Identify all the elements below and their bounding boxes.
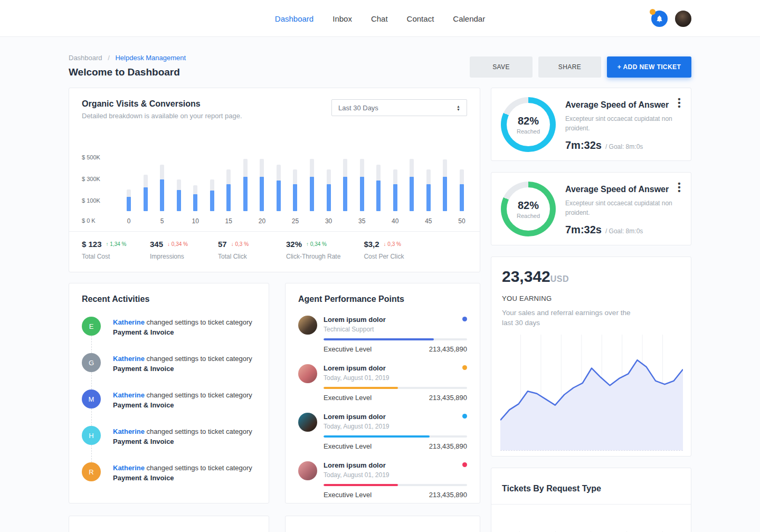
speed-card-title: Average Speed of Answer bbox=[565, 185, 684, 194]
delta-arrow-icon: ↓ bbox=[384, 241, 386, 247]
activity-item: M Katherine changed settings to ticket c… bbox=[82, 390, 256, 426]
timeline-connector bbox=[91, 445, 92, 462]
donut-percent: 82% bbox=[518, 200, 539, 212]
agent-progress-bar bbox=[324, 338, 434, 340]
x-tick-label bbox=[310, 217, 314, 225]
date-range-value: Last 30 Days bbox=[338, 104, 378, 112]
breadcrumb-dashboard-link[interactable]: Dashboard bbox=[69, 54, 102, 62]
x-tick-label: 15 bbox=[226, 217, 231, 225]
activity-item: R Katherine changed settings to ticket c… bbox=[82, 462, 256, 499]
recent-activities-title: Recent Activities bbox=[82, 294, 256, 304]
x-tick-label bbox=[277, 217, 281, 225]
bar bbox=[443, 159, 447, 211]
user-avatar[interactable] bbox=[675, 11, 691, 27]
activity-user-link[interactable]: Katherine bbox=[113, 391, 145, 399]
breadcrumb: Dashboard / Helpdesk Management bbox=[69, 54, 186, 62]
x-tick-label: 30 bbox=[327, 217, 331, 225]
nav-item-label: Dashboard bbox=[275, 14, 314, 23]
avg-speed-card-1: 82% Reached Average Speed of Answer Exce… bbox=[491, 88, 691, 161]
x-tick-label bbox=[177, 217, 181, 225]
share-button[interactable]: SHARE bbox=[538, 56, 601, 78]
activity-text: Katherine changed settings to ticket cat… bbox=[113, 390, 252, 426]
nav-item[interactable]: Calendar bbox=[453, 14, 485, 23]
stat-item: 32% ↑ 0,34 % Click-Through Rate bbox=[286, 240, 340, 272]
donut-chart-cyan: 82% Reached bbox=[501, 97, 556, 152]
speed-card-desc: Excepteur sint occaecat cupidatat non pr… bbox=[565, 198, 684, 217]
delta-value: 0,34 % bbox=[310, 241, 327, 247]
activity-target: Payment & Invoice bbox=[113, 438, 174, 445]
y-tick-label: $ 0 K bbox=[82, 217, 96, 224]
x-tick-label: 0 bbox=[127, 217, 131, 225]
agent-row: Lorem ipsum dolor Today, August 01, 2019… bbox=[298, 364, 467, 402]
x-tick-label: 10 bbox=[193, 217, 197, 225]
activity-text: Katherine changed settings to ticket cat… bbox=[113, 426, 252, 462]
save-button[interactable]: SAVE bbox=[470, 56, 533, 78]
organic-card-subtitle: Detailed breakdown is available on your … bbox=[82, 112, 242, 120]
x-tick-label: 50 bbox=[460, 217, 464, 225]
activity-item: G Katherine changed settings to ticket c… bbox=[82, 353, 256, 390]
stat-label: Cost Per Click bbox=[364, 253, 408, 260]
donut-reached-label: Reached bbox=[517, 213, 540, 219]
activity-action: changed settings to ticket category bbox=[147, 464, 252, 472]
activity-action: changed settings to ticket category bbox=[147, 355, 252, 363]
y-tick-label: $ 300K bbox=[82, 176, 100, 182]
tickets-by-request-card: Tickets By Request Type bbox=[491, 468, 691, 532]
agent-level-label: Executive Level bbox=[324, 442, 372, 450]
stat-delta: ↓ 0,3 % bbox=[384, 241, 401, 247]
nav-item[interactable]: Chat bbox=[371, 14, 388, 23]
earnings-currency: USD bbox=[550, 274, 569, 284]
delta-value: 0,3 % bbox=[235, 241, 249, 247]
stat-label: Click-Through Rate bbox=[286, 253, 340, 260]
activity-user-link[interactable]: Katherine bbox=[113, 428, 145, 435]
bar-chart-x-axis: 05101520253035404550 bbox=[127, 217, 464, 225]
delta-value: 1,34 % bbox=[110, 241, 126, 247]
activity-user-link[interactable]: Katherine bbox=[113, 355, 145, 363]
bar bbox=[193, 185, 197, 211]
earnings-card: 23,342 USD YOU EARNING Your sales and re… bbox=[491, 256, 691, 457]
bar bbox=[177, 179, 181, 211]
agent-progress-bar bbox=[324, 484, 398, 486]
delta-arrow-icon: ↓ bbox=[167, 241, 170, 247]
agent-row: Lorem ipsum dolor Technical Support Exec… bbox=[298, 316, 467, 353]
activity-user-link[interactable]: Katherine bbox=[113, 464, 145, 472]
bar bbox=[210, 179, 214, 211]
timeline-connector bbox=[91, 408, 92, 426]
timeline-connector bbox=[91, 372, 92, 390]
organic-visits-card: Organic Visits & Conversions Detailed br… bbox=[69, 88, 480, 272]
breadcrumb-current-link[interactable]: Helpdesk Management bbox=[115, 54, 186, 62]
agent-progress-bar bbox=[324, 387, 398, 389]
more-options-icon[interactable]: ••• bbox=[675, 98, 683, 108]
bar bbox=[376, 165, 381, 211]
activity-text: Katherine changed settings to ticket cat… bbox=[113, 317, 252, 353]
agent-points-value: 213,435,890 bbox=[429, 442, 467, 450]
stat-item: 57 ↓ 0,3 % Total Click bbox=[218, 240, 263, 272]
bar bbox=[310, 159, 314, 211]
bar bbox=[144, 175, 148, 211]
nav-item[interactable]: Inbox bbox=[332, 14, 352, 23]
notification-badge-dot bbox=[650, 9, 656, 15]
activity-user-link[interactable]: Katherine bbox=[113, 318, 145, 326]
bar bbox=[360, 159, 364, 211]
date-range-select[interactable]: Last 30 Days ▲▼ bbox=[331, 99, 467, 116]
agent-subtitle: Technical Support bbox=[324, 326, 467, 333]
agent-level-label: Executive Level bbox=[324, 394, 372, 402]
donut-reached-label: Reached bbox=[517, 128, 540, 135]
activity-target: Payment & Invoice bbox=[113, 401, 174, 409]
activity-target: Payment & Invoice bbox=[113, 474, 174, 482]
avg-speed-card-2: 82% Reached Average Speed of Answer Exce… bbox=[491, 172, 691, 245]
x-tick-label: 45 bbox=[426, 217, 431, 225]
agent-subtitle: Today, August 01, 2019 bbox=[324, 423, 467, 430]
notifications-button[interactable] bbox=[651, 11, 668, 27]
agent-status-dot bbox=[462, 462, 467, 467]
activity-avatar: G bbox=[82, 353, 101, 372]
stat-value: $ 123 bbox=[82, 240, 102, 249]
x-tick-label bbox=[443, 217, 447, 225]
bar bbox=[277, 165, 281, 211]
nav-item[interactable]: Contact bbox=[407, 14, 434, 23]
bar bbox=[127, 189, 131, 211]
more-options-icon[interactable]: ••• bbox=[675, 182, 683, 193]
add-new-ticket-button[interactable]: + ADD NEW TICKET bbox=[607, 56, 691, 78]
nav-item[interactable]: Dashboard bbox=[275, 14, 314, 23]
activity-item: E Katherine changed settings to ticket c… bbox=[82, 317, 256, 353]
agent-list: Lorem ipsum dolor Technical Support Exec… bbox=[298, 316, 467, 499]
